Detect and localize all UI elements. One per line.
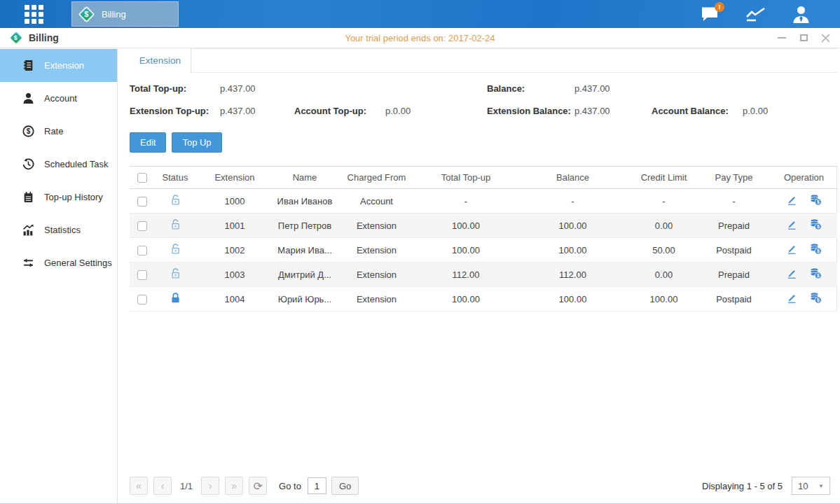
cell-pay-type: Postpaid	[697, 238, 771, 262]
person-icon	[22, 92, 34, 104]
sidebar-item-label: General Settings	[44, 258, 112, 268]
trial-notice: Your trial period ends on: 2017-02-24	[0, 33, 840, 43]
cell-credit-limit: 100.00	[631, 287, 697, 312]
notepad-icon	[22, 191, 34, 203]
sidebar-item-label: Extension	[44, 60, 84, 71]
svg-text:$: $	[817, 273, 820, 279]
sidebar-item-label: Top-up History	[44, 192, 103, 202]
top-up-button[interactable]: Top Up	[172, 132, 221, 153]
extension-topup-label: Extension Top-up:	[130, 106, 220, 116]
sidebar-item-label: Scheduled Task	[44, 159, 109, 169]
edit-icon[interactable]	[786, 195, 797, 206]
col-balance: Balance	[515, 167, 631, 189]
notification-badge: !	[715, 2, 724, 12]
tab-extension[interactable]: Extension	[130, 48, 191, 73]
pagination-bar: « ‹ 1/1 › » ⟳ Go to Go Displaying 1 - 5 …	[130, 477, 830, 495]
edit-icon[interactable]	[786, 293, 797, 304]
sidebar-item-rate[interactable]: $ Rate	[0, 115, 117, 148]
sidebar-item-account[interactable]: Account	[0, 82, 117, 115]
topup-coins-icon[interactable]: $	[809, 243, 822, 255]
cell-charged-from: Extension	[336, 287, 417, 312]
table-row: 1002 Мария Ива... Extension 100.00 100.0…	[130, 238, 837, 262]
edit-icon[interactable]	[786, 244, 797, 255]
cell-balance: 100.00	[515, 287, 631, 312]
row-checkbox[interactable]	[137, 246, 147, 255]
cell-balance: -	[515, 189, 631, 214]
resource-monitor-icon[interactable]	[745, 6, 766, 22]
topup-coins-icon[interactable]: $	[809, 292, 822, 304]
main-content: Extension Total Top-up: p.437.00 Balance…	[118, 48, 840, 503]
table-row: 1003 Дмитрий Д... Extension 112.00 112.0…	[130, 262, 837, 287]
cell-total-topup: 100.00	[417, 238, 515, 262]
refresh-icon[interactable]: ⟳	[249, 477, 267, 495]
cell-credit-limit: 50.00	[631, 238, 697, 262]
topup-coins-icon[interactable]: $	[809, 267, 822, 279]
tab-bar: Extension	[130, 48, 837, 73]
displaying-info: Displaying 1 - 5 of 5	[702, 481, 783, 491]
table-row: 1000 Иван Иванов Account - - - - $	[130, 189, 837, 214]
sliders-icon	[22, 257, 34, 269]
edit-icon[interactable]	[786, 219, 797, 230]
account-topup-value: p.0.00	[385, 106, 487, 116]
cell-extension: 1001	[196, 214, 273, 238]
close-icon[interactable]	[820, 34, 830, 42]
taskbar-billing-tab[interactable]: $ Billing	[71, 1, 179, 27]
ledger-icon	[22, 59, 34, 71]
first-page-button[interactable]: «	[130, 477, 148, 495]
edit-button[interactable]: Edit	[130, 132, 166, 153]
topup-coins-icon[interactable]: $	[809, 218, 822, 230]
row-checkbox[interactable]	[137, 270, 147, 280]
user-account-icon[interactable]	[792, 6, 811, 23]
app-launcher-grid-icon[interactable]	[25, 5, 43, 24]
lock-open-icon[interactable]	[170, 243, 181, 255]
cell-pay-type: Prepaid	[697, 214, 771, 238]
cell-charged-from: Extension	[336, 262, 417, 287]
sidebar-item-topup-history[interactable]: Top-up History	[0, 181, 117, 214]
select-all-checkbox[interactable]	[137, 173, 147, 183]
row-checkbox[interactable]	[137, 197, 147, 206]
table-row: 1004 Юрий Юрь... Extension 100.00 100.00…	[130, 287, 837, 312]
dollar-circle-icon: $	[22, 125, 34, 137]
cell-balance: 100.00	[515, 214, 631, 238]
go-button[interactable]: Go	[331, 477, 359, 495]
sidebar-item-label: Account	[44, 93, 77, 104]
maximize-icon[interactable]	[799, 34, 808, 42]
cell-extension: 1003	[196, 262, 273, 287]
svg-text:$: $	[817, 200, 820, 205]
lock-open-icon[interactable]	[170, 218, 181, 230]
topup-coins-icon[interactable]: $	[809, 194, 822, 206]
lock-closed-icon[interactable]	[170, 292, 181, 304]
sidebar-item-scheduled-task[interactable]: Scheduled Task	[0, 148, 117, 181]
balance-value: p.437.00	[574, 83, 652, 94]
last-page-button[interactable]: »	[225, 477, 243, 495]
col-operation: Operation	[771, 167, 837, 189]
cell-balance: 112.00	[515, 262, 631, 287]
window-title: Billing	[29, 32, 59, 43]
lock-open-icon[interactable]	[170, 194, 181, 206]
sidebar-item-extension[interactable]: Extension	[0, 49, 117, 82]
cell-charged-from: Extension	[336, 238, 417, 262]
edit-icon[interactable]	[786, 268, 797, 279]
row-checkbox[interactable]	[137, 221, 147, 231]
sidebar-item-general-settings[interactable]: General Settings	[0, 246, 117, 279]
cell-total-topup: 100.00	[417, 287, 515, 312]
cell-credit-limit: -	[631, 189, 697, 214]
page-size-select[interactable]: 10 ▼	[792, 477, 830, 495]
prev-page-button[interactable]: ‹	[153, 477, 172, 495]
goto-page-input[interactable]	[308, 477, 326, 494]
next-page-button[interactable]: ›	[201, 477, 219, 495]
lock-open-icon[interactable]	[170, 267, 181, 279]
svg-text:$: $	[817, 248, 820, 254]
cell-name: Мария Ива...	[273, 238, 336, 262]
minimize-icon[interactable]	[777, 34, 787, 42]
row-checkbox[interactable]	[137, 295, 147, 304]
page-size-value: 10	[798, 481, 808, 491]
sidebar-item-statistics[interactable]: Statistics	[0, 214, 117, 246]
taskbar-tab-label: Billing	[102, 9, 126, 20]
extension-table: Status Extension Name Charged From Total…	[130, 166, 837, 312]
cell-extension: 1000	[196, 189, 273, 214]
col-credit-limit: Credit Limit	[631, 167, 697, 189]
notifications-icon[interactable]: !	[701, 6, 719, 22]
col-total-topup: Total Top-up	[417, 167, 515, 189]
extension-balance-label: Extension Balance:	[487, 106, 574, 116]
